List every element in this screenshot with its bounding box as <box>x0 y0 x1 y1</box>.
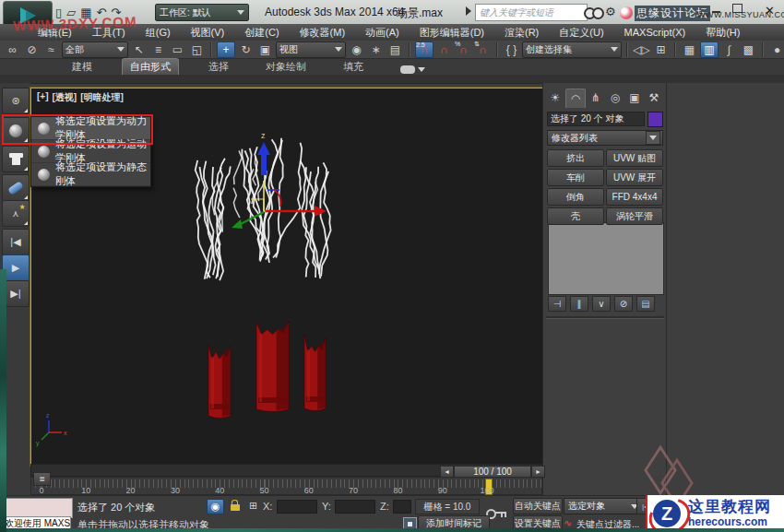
minimize-button[interactable] <box>712 11 720 13</box>
ribbon-tab-1[interactable]: 自由形式 <box>122 58 179 75</box>
auto-key-button[interactable]: 自动关键点 <box>513 498 563 514</box>
schematic-view-icon[interactable]: ▩ <box>740 41 757 58</box>
modifier-button-1[interactable]: UVW 贴图 <box>606 149 663 167</box>
remove-modifier-button[interactable]: ⊘ <box>614 296 633 312</box>
tab-hierarchy[interactable]: ⋔ <box>587 89 605 107</box>
open-mini-curve-editor-button[interactable]: ≣ <box>33 472 51 486</box>
menu-item-2[interactable]: 组(G) <box>136 26 181 40</box>
modifier-button-6[interactable]: 壳 <box>547 207 604 225</box>
mirror-icon[interactable]: ◁▷ <box>633 41 650 58</box>
menu-item-10[interactable]: MAXScript(X) <box>614 27 696 38</box>
modifier-button-2[interactable]: 车削 <box>547 169 604 186</box>
modifier-button-7[interactable]: 涡轮平滑 <box>606 207 663 225</box>
named-selection-sets-dropdown[interactable]: 创建选择集 <box>522 41 622 58</box>
tab-create[interactable]: ☀ <box>546 89 564 107</box>
window-crossing-toggle-icon[interactable]: ◱ <box>188 41 206 58</box>
scene-explorer-toggle-icon[interactable]: ▥ <box>700 41 719 58</box>
object-color-swatch[interactable] <box>647 112 663 127</box>
rectangular-selection-region-icon[interactable]: ▭ <box>169 41 186 58</box>
select-object-icon[interactable]: ↖ <box>130 41 148 58</box>
show-end-result-button[interactable]: ∥ <box>570 296 588 312</box>
snap-toggle-2-5d-icon[interactable]: ∩2.5 <box>415 41 434 58</box>
percent-snap-toggle-sub-label: % <box>455 41 460 47</box>
menu-item-3[interactable]: 视图(V) <box>181 26 235 40</box>
ribbon-tab-2[interactable]: 选择 <box>201 59 236 75</box>
object-name-field[interactable]: 选择了 20 个 对象 <box>547 112 645 126</box>
search-icon[interactable] <box>584 7 600 18</box>
search-flyout-icon[interactable] <box>466 6 471 16</box>
selection-lock-toggle[interactable] <box>227 499 243 513</box>
desktop-edge-bottom <box>0 528 784 532</box>
keyboard-shortcut-override-toggle-icon[interactable]: ▤ <box>386 41 404 58</box>
configure-modifier-sets-button[interactable]: ▤ <box>636 296 655 312</box>
modifier-list-dropdown[interactable]: 修改器列表 <box>547 130 663 146</box>
spinner-snap-toggle-icon[interactable]: ∩⇅ <box>474 41 492 58</box>
tab-utilities[interactable]: ⚒ <box>645 89 663 107</box>
ragdoll-button[interactable]: ⋏★ <box>2 200 30 227</box>
menu-item-11[interactable]: 帮助(H) <box>695 26 750 40</box>
flyout-item-2[interactable]: 将选定项设置为静态刚体 <box>31 163 150 186</box>
selection-filter-dropdown[interactable]: 全部 <box>62 41 128 58</box>
maximize-button[interactable] <box>732 4 742 13</box>
transform-type-in-toggle[interactable]: ⊞ <box>245 499 261 513</box>
modifier-button-4[interactable]: 倒角 <box>547 188 604 206</box>
select-by-name-icon[interactable]: ≡ <box>149 41 167 58</box>
menu-item-8[interactable]: 渲染(R) <box>494 26 549 40</box>
angle-snap-toggle-icon[interactable]: ∩ <box>435 41 453 58</box>
pin-stack-button[interactable]: ⊣ <box>548 296 566 312</box>
wrench-icon[interactable]: ⚙ <box>605 5 616 18</box>
maxscript-mini-listener[interactable] <box>2 498 73 518</box>
percent-snap-toggle-icon[interactable]: ∩% <box>455 41 472 58</box>
edit-named-selection-sets-icon[interactable]: { } <box>503 41 520 58</box>
use-pivot-point-center-icon[interactable]: ◉ <box>348 41 365 58</box>
search-input[interactable]: 键入关键字或短语 <box>475 4 588 21</box>
ribbon-tab-3[interactable]: 对象绘制 <box>258 59 314 75</box>
align-icon[interactable]: ⊞ <box>652 41 670 58</box>
select-and-link-icon[interactable]: ∞ <box>4 41 21 58</box>
unlink-selection-icon[interactable]: ⊘ <box>23 41 41 58</box>
layer-explorer-icon[interactable]: ▦ <box>681 41 698 58</box>
select-and-manipulate-icon[interactable]: ∗ <box>367 41 385 58</box>
z-coordinate-field[interactable] <box>393 500 411 514</box>
menu-item-9[interactable]: 自定义(U) <box>549 26 613 40</box>
key-mode-dropdown[interactable]: 选定对象 <box>564 498 641 514</box>
time-slider-handle[interactable]: ◄ 100 / 100 ► <box>440 466 545 476</box>
tab-motion[interactable]: ◎ <box>606 89 624 107</box>
close-button[interactable]: ✕ <box>765 4 775 18</box>
modifier-button-5[interactable]: FFD 4x4x4 <box>606 188 663 206</box>
y-coordinate-field[interactable] <box>335 500 375 514</box>
select-and-scale-icon[interactable]: ▣ <box>256 41 274 58</box>
track-bar[interactable]: 0102030405060708090100 <box>30 477 542 495</box>
ribbon-tab-0[interactable]: 建模 <box>65 59 100 75</box>
modifier-stack-list[interactable] <box>548 222 664 295</box>
mcloth-button[interactable] <box>2 146 30 172</box>
tab-modify[interactable]: ◠ <box>565 89 586 108</box>
menu-item-7[interactable]: 图形编辑器(D) <box>410 26 494 40</box>
menu-item-4[interactable]: 创建(C) <box>234 26 289 40</box>
x-coordinate-field[interactable] <box>277 500 317 514</box>
menu-item-5[interactable]: 修改器(M) <box>290 26 356 40</box>
ribbon-show-toolbar-button[interactable] <box>393 65 433 75</box>
bind-to-space-warp-icon[interactable]: ≈ <box>42 41 60 58</box>
isolate-selection-toggle[interactable]: ◉ <box>207 499 224 514</box>
viewport-shading-label[interactable]: [明暗处理] <box>80 91 124 104</box>
modifier-button-3[interactable]: UVW 展开 <box>606 169 663 186</box>
viewport-menu-plus[interactable]: [+] <box>37 91 49 104</box>
material-editor-icon[interactable]: ● <box>768 41 784 58</box>
constraint-button[interactable] <box>2 174 30 201</box>
time-slider-track[interactable]: ◄ 100 / 100 ► <box>30 464 542 477</box>
menu-item-6[interactable]: 动画(A) <box>355 26 410 40</box>
make-unique-button[interactable]: ∨ <box>592 296 611 312</box>
tab-display[interactable]: ▣ <box>625 89 644 107</box>
viewport-view-label[interactable]: [透视] <box>53 91 77 104</box>
select-and-rotate-icon[interactable]: ↻ <box>237 41 255 58</box>
select-and-move-icon[interactable]: + <box>217 41 235 58</box>
curve-editor-icon[interactable]: ∫ <box>720 41 738 58</box>
reset-simulation-button[interactable]: |◀ <box>2 229 30 255</box>
ribbon-tab-4[interactable]: 填充 <box>336 59 371 75</box>
massfx-tools-button[interactable]: ⊛ <box>2 88 30 114</box>
workspace-dropdown[interactable]: 工作区: 默认 <box>155 4 249 21</box>
desktop-edge-left <box>0 269 6 532</box>
reference-coordinate-dropdown[interactable]: 视图 <box>276 41 346 58</box>
modifier-button-0[interactable]: 挤出 <box>547 149 604 167</box>
